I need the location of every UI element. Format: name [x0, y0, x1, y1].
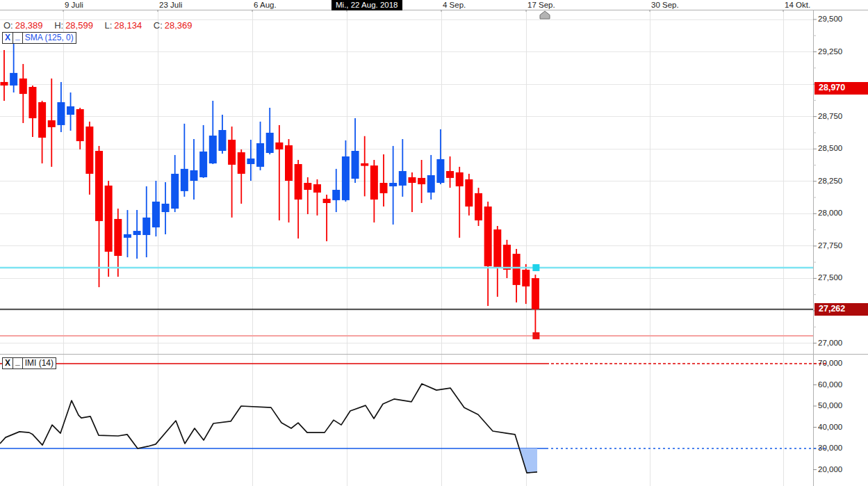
- candle-body[interactable]: [85, 127, 93, 174]
- imi-line: [0, 384, 537, 473]
- x-axis-label: 30 Sep.: [651, 1, 679, 10]
- price-axis-label: 28,750: [818, 112, 842, 121]
- candle-body[interactable]: [171, 174, 179, 209]
- candle-body[interactable]: [181, 169, 188, 191]
- price-axis-label: 27,500: [818, 273, 842, 282]
- candle-body[interactable]: [427, 175, 435, 193]
- candle-body[interactable]: [38, 102, 46, 138]
- candle-body[interactable]: [57, 102, 65, 125]
- price-axis-label: 28,000: [818, 209, 842, 218]
- x-axis-label: 23 Juli: [159, 1, 182, 10]
- oversold-fill-area: [519, 448, 537, 473]
- low-value: 28,134: [114, 20, 142, 31]
- candle-body[interactable]: [133, 231, 141, 235]
- candle-body[interactable]: [228, 140, 236, 165]
- candle-body[interactable]: [418, 178, 425, 184]
- imi-indicator-legend: X _ IMI (14): [3, 357, 56, 369]
- current-date-marker[interactable]: [540, 11, 550, 19]
- candle-body[interactable]: [124, 234, 131, 238]
- candle-body[interactable]: [76, 109, 84, 141]
- candle-body[interactable]: [142, 218, 150, 235]
- candle-body[interactable]: [67, 106, 74, 115]
- candle-body[interactable]: [247, 159, 254, 164]
- imi-legend-label[interactable]: IMI (14): [22, 357, 56, 369]
- candle-body[interactable]: [399, 171, 407, 186]
- high-value: 28,599: [65, 20, 93, 31]
- sma-legend-label[interactable]: SMA (125, 0): [22, 32, 76, 44]
- open-value: 28,389: [15, 20, 43, 31]
- x-axis-label: 6 Aug.: [254, 1, 277, 10]
- candle-body[interactable]: [475, 193, 482, 220]
- candle-body[interactable]: [370, 165, 378, 200]
- x-axis-label: 14 Okt.: [785, 1, 810, 10]
- candle-body[interactable]: [162, 204, 170, 212]
- candle-body[interactable]: [238, 152, 245, 174]
- sma-close-button[interactable]: X: [2, 32, 13, 44]
- candle-body[interactable]: [256, 143, 264, 167]
- trading-chart-window: 9 Juli23 Juli6 Aug.4 Sep.17 Sep.30 Sep.1…: [0, 0, 868, 486]
- imi-axis-label: 20,000: [818, 465, 842, 474]
- alert-price-badge: 28,970: [814, 82, 868, 95]
- candle-body[interactable]: [446, 171, 454, 178]
- candle-body[interactable]: [152, 202, 160, 227]
- candle-body[interactable]: [275, 143, 283, 149]
- candle-body[interactable]: [1, 82, 8, 86]
- imi-axis-label: 70,000: [818, 359, 842, 368]
- candle-body[interactable]: [484, 206, 492, 266]
- candle-body[interactable]: [465, 179, 473, 206]
- ohlc-readout: O:28,389 H:28,599 L:28,134 C:28,369: [3, 20, 193, 31]
- candle-body[interactable]: [48, 120, 56, 127]
- candle-body[interactable]: [513, 254, 521, 285]
- candle-body[interactable]: [209, 136, 217, 163]
- candle-body[interactable]: [408, 177, 416, 183]
- candle-body[interactable]: [285, 145, 293, 181]
- x-axis-label: 9 Juli: [65, 1, 83, 10]
- red-line-handle[interactable]: [532, 332, 539, 339]
- price-axis-label: 28,500: [818, 144, 842, 153]
- close-value: 28,369: [165, 20, 193, 31]
- candle-body[interactable]: [218, 130, 226, 151]
- price-axis-label: 29,500: [818, 15, 842, 24]
- candle-body[interactable]: [114, 219, 122, 256]
- sma-indicator-legend: X _ SMA (125, 0): [3, 32, 76, 44]
- imi-close-button[interactable]: X: [2, 357, 13, 369]
- candle-body[interactable]: [361, 163, 368, 166]
- candle-body[interactable]: [493, 229, 501, 268]
- imi-axis-label: 50,000: [818, 401, 842, 410]
- candle-body[interactable]: [95, 151, 103, 221]
- candle-body[interactable]: [266, 133, 274, 153]
- imi-axis-label: 60,000: [818, 380, 842, 389]
- imi-axis-label: 30,000: [818, 444, 842, 453]
- candle-body[interactable]: [532, 278, 539, 309]
- candle-body[interactable]: [28, 87, 36, 118]
- cyan-line-handle[interactable]: [532, 264, 539, 271]
- candle-body[interactable]: [456, 172, 464, 186]
- candle-body[interactable]: [389, 183, 397, 186]
- candle-body[interactable]: [105, 186, 113, 252]
- candle-body[interactable]: [352, 151, 359, 179]
- candle-body[interactable]: [380, 183, 388, 193]
- price-axis-label: 28,250: [818, 177, 842, 186]
- candle-body[interactable]: [332, 190, 340, 200]
- close-label: C:: [154, 20, 163, 31]
- candle-body[interactable]: [503, 245, 511, 270]
- last-price-badge: 27,262: [814, 303, 868, 316]
- candle-body[interactable]: [19, 79, 27, 94]
- candle-body[interactable]: [522, 270, 530, 286]
- chart-canvas[interactable]: [0, 0, 868, 486]
- candle-body[interactable]: [304, 183, 311, 190]
- candle-body[interactable]: [295, 164, 302, 200]
- sma-minimize-button[interactable]: _: [13, 32, 23, 44]
- price-axis-label: 27,000: [818, 339, 842, 348]
- selected-date-badge: Mi., 22 Aug. 2018: [331, 0, 402, 10]
- candle-body[interactable]: [10, 73, 17, 86]
- candle-body[interactable]: [342, 156, 350, 200]
- low-label: L:: [105, 20, 113, 31]
- candle-body[interactable]: [436, 159, 444, 183]
- imi-minimize-button[interactable]: _: [13, 357, 23, 369]
- candle-body[interactable]: [199, 152, 207, 177]
- candle-body[interactable]: [313, 184, 321, 193]
- x-axis-label: 17 Sep.: [527, 1, 555, 10]
- candle-body[interactable]: [190, 170, 198, 181]
- candle-body[interactable]: [323, 199, 331, 203]
